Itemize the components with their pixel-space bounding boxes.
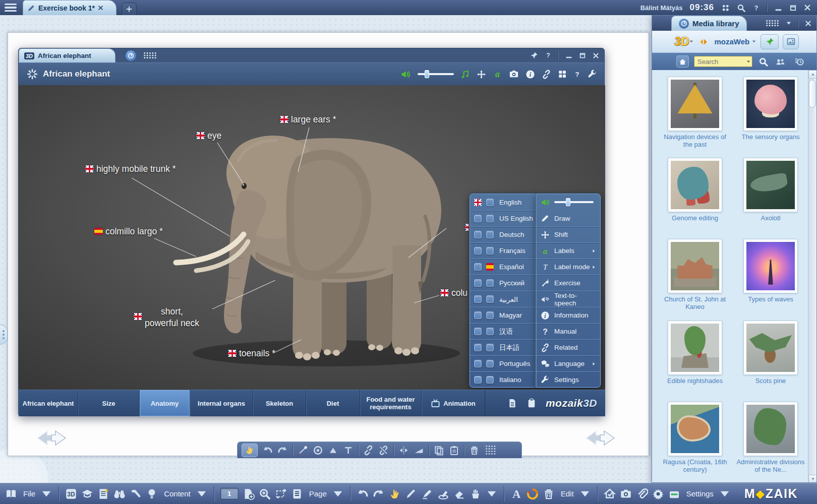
eraser-button[interactable] xyxy=(453,488,465,500)
language-primary-checkbox[interactable] xyxy=(474,376,482,384)
model-label[interactable]: highly mobile trunk * xyxy=(85,164,176,174)
context-menu-item[interactable]: T Label mode xyxy=(537,259,600,275)
media-item[interactable]: The sensory organs xyxy=(733,77,808,149)
context-volume-knob[interactable] xyxy=(566,198,570,206)
edit-menu[interactable]: Edit xyxy=(561,489,574,498)
language-secondary-checkbox[interactable] xyxy=(486,360,494,367)
restore-button[interactable] xyxy=(789,4,797,12)
media-item[interactable]: Edible nightshades xyxy=(657,321,733,393)
labels-icon[interactable]: a xyxy=(493,70,502,79)
language-menu-item[interactable]: Français xyxy=(470,242,535,259)
panel-collapse-icon[interactable] xyxy=(785,20,792,26)
language-menu-item[interactable]: Italiano xyxy=(470,371,535,388)
content-menu-arrow[interactable] xyxy=(196,488,208,500)
language-menu-item[interactable]: Português xyxy=(470,355,535,371)
language-secondary-checkbox[interactable] xyxy=(486,376,494,384)
redo-button[interactable] xyxy=(373,488,385,500)
section-tab[interactable]: Internal organs xyxy=(190,390,253,416)
undo-button[interactable] xyxy=(262,445,273,456)
language-secondary-checkbox[interactable] xyxy=(486,311,494,319)
window-drag-dots[interactable] xyxy=(143,52,157,59)
image-view-button[interactable] xyxy=(783,34,799,49)
exercise-sheet-button[interactable] xyxy=(97,488,109,500)
context-menu-item[interactable]: Draw xyxy=(537,210,600,226)
app-grid-icon[interactable] xyxy=(721,4,730,12)
language-menu-item[interactable]: 日本語 xyxy=(470,339,535,355)
media-item[interactable]: Genome editing xyxy=(657,158,733,230)
page-menu[interactable]: Page xyxy=(309,489,327,498)
source-name[interactable]: mozaWeb xyxy=(714,37,749,46)
language-menu-item[interactable]: Русский xyxy=(470,275,535,291)
section-tab[interactable]: Anatomy xyxy=(140,390,190,416)
language-menu-item[interactable]: Magyar xyxy=(470,307,535,323)
paste-button[interactable] xyxy=(449,445,459,456)
prev-next-diamond-icon[interactable] xyxy=(698,37,709,46)
language-primary-checkbox[interactable] xyxy=(474,215,482,222)
media-item[interactable]: Administrative divisions of the Ne... xyxy=(733,402,808,474)
tab-exercise-book[interactable]: Exercise book 1* xyxy=(23,0,116,15)
section-tab[interactable]: Animation xyxy=(422,390,485,416)
language-primary-checkbox[interactable] xyxy=(474,231,482,238)
marker-button[interactable] xyxy=(421,488,433,500)
language-secondary-checkbox[interactable] xyxy=(486,295,494,303)
section-tab[interactable]: Skeleton xyxy=(253,390,306,416)
section-tab[interactable]: Size xyxy=(78,390,140,416)
help-icon[interactable]: ? xyxy=(752,4,760,12)
volume-knob[interactable] xyxy=(425,70,429,78)
undo-button[interactable] xyxy=(357,488,369,500)
media-item[interactable]: Church of St. John at Kaneo xyxy=(657,239,733,311)
page-back-forward-arrows[interactable] xyxy=(32,428,71,448)
context-menu-item[interactable]: Shift xyxy=(537,226,600,242)
media-thumbnail[interactable] xyxy=(668,239,722,293)
page-number-box[interactable]: 1 xyxy=(220,488,239,499)
search-dropdown-icon[interactable] xyxy=(746,59,751,64)
add-page-button[interactable] xyxy=(243,488,255,500)
side-panel-handle[interactable] xyxy=(0,325,8,345)
media-thumbnail[interactable] xyxy=(744,321,797,374)
record-button[interactable] xyxy=(313,445,323,456)
homework-check-button[interactable] xyxy=(604,488,616,500)
media-thumbnail[interactable] xyxy=(744,402,797,456)
context-menu-item[interactable]: Settings xyxy=(537,371,600,388)
search-icon[interactable] xyxy=(737,4,745,12)
history-icon[interactable] xyxy=(793,57,804,67)
context-menu-item[interactable]: Exercise xyxy=(537,275,600,291)
language-primary-checkbox[interactable] xyxy=(474,199,482,206)
highlighter-button[interactable] xyxy=(437,488,449,500)
pointer-hand-button[interactable] xyxy=(242,444,258,457)
media-item[interactable]: Ragusa (Croatia, 16th century) xyxy=(657,402,733,474)
context-menu-item[interactable]: i Information xyxy=(537,307,600,323)
select-area-button[interactable] xyxy=(275,488,287,500)
context-menu-item[interactable]: ? Manual xyxy=(537,323,600,339)
media-library-tab[interactable]: Media library xyxy=(671,16,747,31)
context-menu-item[interactable]: Related xyxy=(537,339,600,355)
window-minimize-button[interactable] xyxy=(565,52,572,59)
section-tab[interactable]: Diet xyxy=(306,390,360,416)
language-menu-item[interactable]: English xyxy=(470,194,535,210)
page-menu-arrow[interactable] xyxy=(332,488,344,500)
toolbar-drag-handle[interactable] xyxy=(485,445,496,455)
language-menu-item[interactable]: العربية xyxy=(470,291,535,307)
media-thumbnail[interactable] xyxy=(668,158,722,212)
model-help-icon[interactable]: ? xyxy=(573,71,581,78)
file-menu[interactable]: File xyxy=(23,489,35,498)
media-search-button[interactable] xyxy=(113,488,126,500)
window-maximize-button[interactable] xyxy=(579,52,586,59)
mozaik-tools-button[interactable] xyxy=(527,488,539,500)
language-primary-checkbox[interactable] xyxy=(474,279,482,287)
pointer-hand-button[interactable] xyxy=(389,488,401,500)
media-thumbnail[interactable] xyxy=(668,77,722,131)
text-button[interactable]: A xyxy=(510,488,522,500)
close-button[interactable] xyxy=(804,4,811,11)
pin-panel-button[interactable] xyxy=(761,34,779,49)
logo-dropdown-icon[interactable] xyxy=(689,39,694,44)
model-label[interactable]: colmillo largo * xyxy=(94,226,163,237)
home-button[interactable] xyxy=(676,55,689,68)
gear-icon[interactable] xyxy=(652,488,664,500)
tab-close-icon[interactable] xyxy=(98,5,103,11)
page-list-button[interactable] xyxy=(291,488,303,500)
ideas-button[interactable] xyxy=(146,488,158,500)
search-input[interactable] xyxy=(694,56,752,67)
context-volume-row[interactable] xyxy=(537,194,600,210)
edit-menu-arrow[interactable] xyxy=(579,488,591,500)
